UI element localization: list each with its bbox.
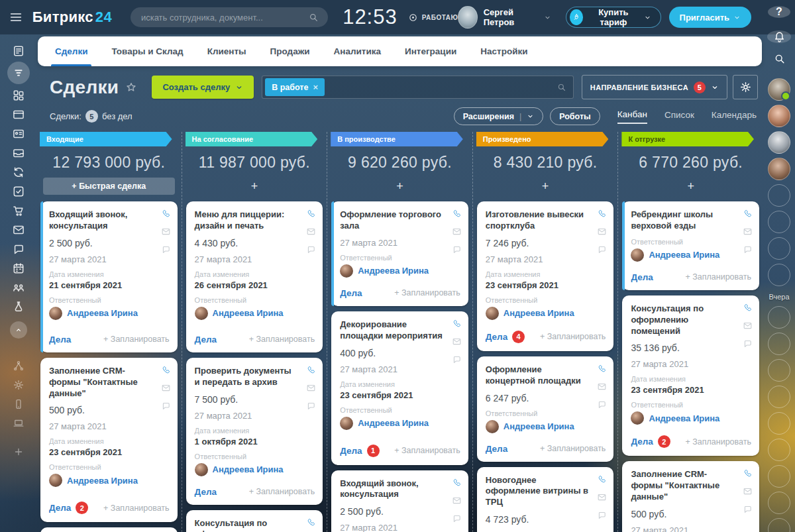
deal-title[interactable]: Оформление торгового зала bbox=[340, 209, 460, 232]
quick-deal-button[interactable]: + Быстрая сделка bbox=[43, 178, 175, 195]
deals-link[interactable]: Дела bbox=[49, 503, 71, 513]
deal-title[interactable]: Заполнение CRM-формы "Контактные данные" bbox=[631, 469, 751, 503]
plan-link[interactable]: + Запланировать bbox=[249, 487, 315, 496]
chat-icon[interactable] bbox=[161, 244, 171, 254]
chat-icon[interactable] bbox=[597, 399, 607, 409]
mail-icon[interactable] bbox=[161, 383, 171, 393]
mail-icon[interactable] bbox=[161, 227, 171, 237]
messenger-icon[interactable] bbox=[7, 239, 30, 258]
avatar[interactable] bbox=[768, 158, 790, 180]
chat-icon[interactable] bbox=[306, 244, 316, 254]
mail-icon[interactable] bbox=[597, 382, 607, 392]
plan-link[interactable]: + Запланировать bbox=[685, 272, 751, 282]
tab-analytics[interactable]: Аналитика bbox=[322, 36, 393, 66]
responsible-link[interactable]: Андреева Ирина bbox=[213, 464, 284, 474]
column-header[interactable]: На согласование bbox=[186, 132, 318, 146]
desktop-icon[interactable] bbox=[7, 413, 30, 433]
phone-icon[interactable] bbox=[306, 209, 316, 219]
deal-card[interactable]: Меню для пиццерии: дизайн и печать 4 430… bbox=[186, 201, 323, 352]
mobile-icon[interactable] bbox=[7, 394, 30, 413]
sites-icon[interactable] bbox=[7, 105, 30, 124]
add-icon[interactable] bbox=[7, 442, 30, 461]
chat-icon[interactable] bbox=[452, 244, 462, 254]
deal-card[interactable]: Консультация по оформлению помещений 35 … bbox=[622, 295, 759, 456]
add-deal-button[interactable]: + bbox=[185, 178, 325, 195]
avatar[interactable] bbox=[768, 333, 790, 355]
avatar[interactable] bbox=[768, 412, 790, 435]
sync-icon[interactable] bbox=[7, 162, 30, 182]
deals-link[interactable]: Дела bbox=[631, 272, 653, 282]
structure-icon[interactable] bbox=[7, 356, 30, 375]
add-deal-button[interactable]: + bbox=[330, 178, 470, 195]
chat-icon[interactable] bbox=[161, 401, 171, 411]
help-icon[interactable]: ? bbox=[768, 6, 790, 18]
avatar[interactable] bbox=[768, 264, 790, 286]
search-icon[interactable] bbox=[308, 12, 319, 23]
deal-card[interactable]: Оформление торгового зала 27 марта 2021 … bbox=[331, 201, 468, 306]
phone-icon[interactable] bbox=[597, 209, 607, 219]
avatar[interactable] bbox=[768, 237, 790, 260]
deal-title[interactable]: Ребрендинг школы верховой езды bbox=[631, 209, 751, 232]
responsible-link[interactable]: Андреева Ирина bbox=[67, 476, 138, 486]
responsible-link[interactable]: Андреева Ирина bbox=[213, 308, 284, 318]
deal-card[interactable]: Новогоднее оформление витрины в ТРЦ 4 72… bbox=[477, 467, 614, 532]
user-menu[interactable]: Сергей Петров bbox=[458, 6, 551, 28]
chat-icon[interactable] bbox=[597, 510, 607, 520]
work-status[interactable]: РАБОТАЮ bbox=[408, 13, 458, 23]
deals-link[interactable]: Дела bbox=[340, 288, 362, 298]
deal-title[interactable]: Изготовление вывески спортклуба bbox=[486, 209, 606, 232]
mail-icon[interactable] bbox=[452, 496, 462, 505]
deal-card[interactable]: Ребрендинг школы верховой езды Ответстве… bbox=[622, 201, 759, 290]
deal-title[interactable]: Консультация по оформлению помещений bbox=[195, 518, 315, 532]
plan-link[interactable]: + Запланировать bbox=[540, 444, 606, 453]
buy-tariff-button[interactable]: Купить тариф bbox=[566, 7, 661, 28]
deal-card[interactable]: Заполнение CRM-формы "Контактные данные"… bbox=[40, 358, 178, 523]
shop-icon[interactable] bbox=[7, 201, 30, 220]
search-icon[interactable] bbox=[773, 52, 786, 65]
avatar[interactable] bbox=[768, 184, 790, 207]
deals-link[interactable]: Дела bbox=[486, 332, 507, 342]
deal-card[interactable]: Изготовление вывески спортклуба 7 246 ру… bbox=[477, 201, 614, 351]
responsible-link[interactable]: Андреева Ирина bbox=[67, 308, 138, 318]
deal-card[interactable]: Оформление концертной площадки 6 247 руб… bbox=[477, 356, 614, 462]
feed-icon[interactable] bbox=[7, 41, 30, 60]
create-deal-button[interactable]: Создать сделку bbox=[152, 76, 254, 99]
tab-deals[interactable]: Сделки bbox=[43, 36, 99, 66]
column-header[interactable]: Произведено bbox=[476, 132, 609, 146]
avatar[interactable] bbox=[768, 78, 790, 101]
avatar[interactable] bbox=[768, 439, 790, 461]
deal-card[interactable]: Консультация по оформлению помещений 35 … bbox=[186, 510, 323, 532]
avatar[interactable] bbox=[768, 105, 790, 127]
tab-settings[interactable]: Настройки bbox=[468, 36, 539, 66]
phone-icon[interactable] bbox=[161, 365, 171, 375]
deals-link[interactable]: Дела bbox=[340, 446, 362, 456]
settings-icon[interactable] bbox=[7, 375, 30, 394]
deals-link[interactable]: Дела bbox=[486, 444, 507, 454]
mail-icon[interactable] bbox=[306, 227, 316, 237]
mail-icon[interactable] bbox=[597, 492, 607, 502]
view-tab-calendar[interactable]: Календарь bbox=[712, 110, 757, 123]
filter-chip-in-progress[interactable]: В работе × bbox=[265, 78, 325, 96]
deal-card[interactable]: Проверить документы и передать в архив 7… bbox=[186, 358, 323, 505]
chat-icon[interactable] bbox=[743, 504, 753, 514]
hamburger-icon[interactable] bbox=[0, 10, 32, 25]
view-tab-kanban[interactable]: Канбан bbox=[617, 109, 647, 124]
deal-title[interactable]: Входящий звонок, консультация bbox=[340, 478, 460, 501]
plan-link[interactable]: + Запланировать bbox=[394, 288, 460, 297]
mail-icon[interactable] bbox=[743, 227, 753, 237]
chat-icon[interactable] bbox=[743, 244, 753, 254]
avatar[interactable] bbox=[768, 518, 790, 532]
deals-link[interactable]: Дела bbox=[49, 335, 71, 345]
tab-sales[interactable]: Продажи bbox=[258, 36, 322, 66]
responsible-link[interactable]: Андреева Ирина bbox=[649, 250, 719, 260]
tab-integrations[interactable]: Интеграции bbox=[393, 36, 468, 66]
collapse-icon[interactable] bbox=[10, 321, 27, 339]
plan-link[interactable]: + Запланировать bbox=[685, 437, 751, 447]
phone-icon[interactable] bbox=[743, 209, 753, 219]
deals-link[interactable]: Дела bbox=[195, 335, 217, 345]
business-direction-button[interactable]: НАПРАВЛЕНИЕ БИЗНЕСА 5 bbox=[582, 75, 727, 99]
calendar-icon[interactable] bbox=[7, 258, 30, 278]
deal-card[interactable]: Декорирование площадки мероприятия 400 р… bbox=[331, 311, 468, 465]
phone-icon[interactable] bbox=[452, 319, 462, 329]
phone-icon[interactable] bbox=[597, 474, 607, 484]
